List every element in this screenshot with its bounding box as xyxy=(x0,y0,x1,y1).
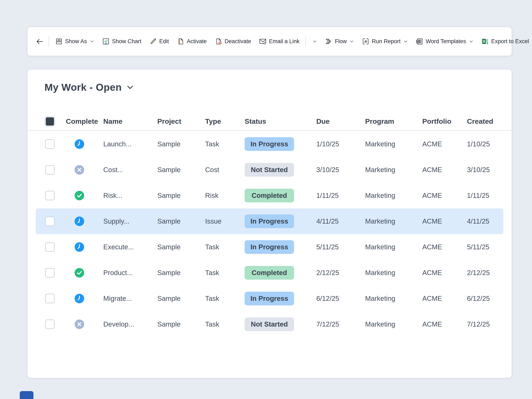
row-checkbox[interactable] xyxy=(45,319,55,329)
clock-icon xyxy=(75,294,84,303)
column-header-complete[interactable]: Complete xyxy=(66,117,103,125)
row-checkbox[interactable] xyxy=(45,139,55,149)
due-cell: 5/11/25 xyxy=(316,243,365,251)
activate-button[interactable]: Activate xyxy=(173,33,211,50)
program-cell: Marketing xyxy=(365,243,422,251)
show-as-button[interactable]: Show As xyxy=(51,33,98,50)
type-cell: Task xyxy=(205,295,245,302)
arrow-left-icon xyxy=(35,37,44,46)
portfolio-cell: ACME xyxy=(422,243,467,251)
name-cell: Develop... xyxy=(103,320,157,328)
status-badge: Not Started xyxy=(245,163,294,177)
table-row[interactable]: Execute... Sample Task In Progress 5/11/… xyxy=(36,234,503,260)
due-cell: 6/12/25 xyxy=(316,295,365,302)
program-cell: Marketing xyxy=(365,192,422,199)
word-template-icon xyxy=(416,37,423,45)
clock-icon xyxy=(75,242,84,252)
table-row[interactable]: Launch... Sample Task In Progress 1/10/2… xyxy=(36,131,503,157)
chevron-down-icon xyxy=(313,39,317,43)
complete-status-button[interactable] xyxy=(75,165,84,175)
report-icon xyxy=(362,37,369,45)
column-header-project[interactable]: Project xyxy=(157,117,205,125)
created-cell: 2/12/25 xyxy=(467,269,499,277)
complete-status-button[interactable] xyxy=(75,319,84,329)
bottom-left-accent-fragment xyxy=(20,391,33,399)
column-header-due[interactable]: Due xyxy=(316,117,365,125)
deactivate-label: Deactivate xyxy=(225,38,251,45)
row-checkbox[interactable] xyxy=(45,268,55,277)
due-cell: 3/10/25 xyxy=(316,166,365,174)
x-icon xyxy=(75,319,84,329)
table-row[interactable]: Product... Sample Task Completed 2/12/25… xyxy=(36,260,503,286)
run-report-label: Run Report xyxy=(372,38,400,45)
back-button[interactable] xyxy=(33,33,47,50)
row-checkbox[interactable] xyxy=(45,216,55,226)
show-chart-label: Show Chart xyxy=(112,38,141,45)
chevron-down-icon xyxy=(403,39,408,43)
program-cell: Marketing xyxy=(365,320,422,328)
project-cell: Sample xyxy=(157,295,205,302)
complete-status-button[interactable] xyxy=(75,294,84,303)
type-cell: Task xyxy=(205,243,245,251)
program-cell: Marketing xyxy=(365,217,422,225)
row-checkbox[interactable] xyxy=(45,191,55,200)
table-row[interactable]: Develop... Sample Task Not Started 7/12/… xyxy=(36,311,503,337)
table-row[interactable]: Risk... Sample Risk Completed 1/11/25 Ma… xyxy=(36,183,503,209)
deactivate-button[interactable]: Deactivate xyxy=(211,33,255,50)
column-header-portfolio[interactable]: Portfolio xyxy=(422,117,467,125)
export-to-excel-button[interactable]: Export to Excel xyxy=(477,33,532,50)
status-badge: In Progress xyxy=(245,240,294,254)
flow-button[interactable]: Flow xyxy=(321,33,358,50)
portfolio-cell: ACME xyxy=(422,295,467,302)
created-cell: 1/11/25 xyxy=(467,192,499,199)
row-checkbox[interactable] xyxy=(45,294,55,303)
created-cell: 3/10/25 xyxy=(467,166,499,174)
type-cell: Task xyxy=(205,269,245,277)
table-row[interactable]: Cost... Sample Cost Not Started 3/10/25 … xyxy=(36,157,503,183)
complete-status-button[interactable] xyxy=(75,216,84,226)
command-bar: Show As Show Chart Edit Activate Deactiv… xyxy=(27,27,512,56)
column-header-created[interactable]: Created xyxy=(467,117,499,125)
table-row[interactable]: Supply... Sample Issue In Progress 4/11/… xyxy=(36,209,503,234)
complete-status-button[interactable] xyxy=(75,191,84,200)
word-templates-label: Word Templates xyxy=(426,38,466,45)
column-header-status[interactable]: Status xyxy=(245,117,316,125)
more-commands-button[interactable] xyxy=(308,33,321,50)
run-report-button[interactable]: Run Report xyxy=(358,33,412,50)
clock-icon xyxy=(75,139,84,149)
email-a-link-button[interactable]: Email a Link xyxy=(255,33,304,50)
show-chart-button[interactable]: Show Chart xyxy=(98,33,145,50)
complete-status-button[interactable] xyxy=(75,242,84,252)
complete-status-button[interactable] xyxy=(75,268,84,277)
select-all-checkbox[interactable] xyxy=(45,117,55,126)
due-cell: 2/12/25 xyxy=(316,269,365,277)
column-header-name[interactable]: Name xyxy=(103,117,157,125)
name-cell: Product... xyxy=(103,269,157,277)
row-checkbox[interactable] xyxy=(45,242,55,252)
column-header-type[interactable]: Type xyxy=(205,117,245,125)
view-selector[interactable]: My Work - Open xyxy=(44,82,512,93)
portfolio-cell: ACME xyxy=(422,140,467,148)
name-cell: Execute... xyxy=(103,243,157,251)
status-badge: In Progress xyxy=(245,215,294,228)
table-row[interactable]: Migrate... Sample Task In Progress 6/12/… xyxy=(36,286,503,311)
row-checkbox[interactable] xyxy=(45,165,55,175)
check-icon xyxy=(75,191,84,200)
toolbar-divider xyxy=(305,36,306,47)
status-badge: Completed xyxy=(245,189,294,203)
pencil-icon xyxy=(149,37,157,45)
chevron-down-icon xyxy=(349,39,354,43)
table-header-row: Complete Name Project Type Status Due Pr… xyxy=(27,112,512,131)
chart-icon xyxy=(102,37,110,45)
created-cell: 5/11/25 xyxy=(467,243,499,251)
word-templates-button[interactable]: Word Templates xyxy=(412,33,477,50)
chevron-down-icon xyxy=(90,39,94,43)
complete-status-button[interactable] xyxy=(75,139,84,149)
flow-icon xyxy=(325,37,332,45)
status-badge: In Progress xyxy=(245,137,294,151)
column-header-program[interactable]: Program xyxy=(365,117,422,125)
clock-icon xyxy=(75,216,84,226)
chevron-down-icon xyxy=(469,39,473,43)
edit-button[interactable]: Edit xyxy=(145,33,173,50)
show-as-label: Show As xyxy=(65,38,87,45)
